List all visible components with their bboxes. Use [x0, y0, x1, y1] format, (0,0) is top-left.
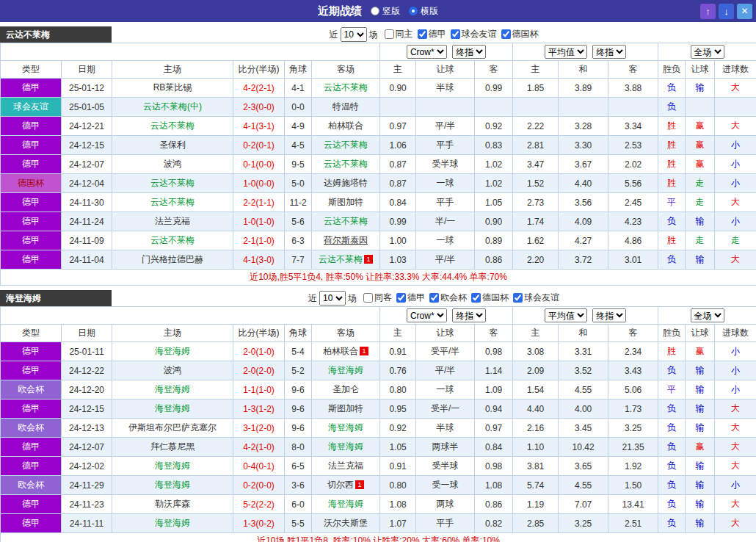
- odds-value: 2.73: [513, 193, 559, 212]
- scope-select[interactable]: 全场: [691, 308, 724, 322]
- asia-odds-type-select[interactable]: 终指: [452, 45, 486, 59]
- radio-icon[interactable]: [371, 7, 379, 15]
- column-header: 主场: [112, 325, 233, 342]
- away-team-link[interactable]: 达姆施塔特: [324, 178, 368, 188]
- away-team-link[interactable]: 海登海姆: [328, 441, 363, 452]
- filter-checkbox[interactable]: [471, 293, 481, 303]
- layout-radio-vertical[interactable]: 竖版: [371, 5, 400, 18]
- home-team-link[interactable]: 门兴格拉德巴赫: [142, 254, 203, 264]
- home-team-link[interactable]: 云达不莱梅: [150, 197, 195, 207]
- filter-checkbox[interactable]: [418, 29, 427, 39]
- odds-value: 2.02: [608, 155, 658, 174]
- corner-score: 5-6: [285, 212, 312, 231]
- home-team-link[interactable]: 波鸿: [164, 159, 181, 169]
- filter-checkbox[interactable]: [396, 293, 406, 303]
- recent-count-select[interactable]: 10: [341, 27, 367, 42]
- filter-option[interactable]: 德国杯: [471, 292, 509, 304]
- home-team-link[interactable]: 勒沃库森: [155, 499, 190, 509]
- filter-option[interactable]: 欧会杯: [429, 292, 467, 304]
- home-team-link[interactable]: 云达不莱梅: [150, 178, 195, 188]
- odds-value: 0.98: [475, 342, 513, 361]
- home-team-link[interactable]: 拜仁慕尼黑: [150, 441, 195, 452]
- away-team-link[interactable]: 云达不莱梅: [319, 254, 363, 264]
- column-header: 日期: [62, 325, 112, 342]
- away-team-link[interactable]: 荷尔斯泰因: [324, 235, 368, 245]
- away-team-link[interactable]: 柏林联合: [328, 120, 363, 131]
- scope-select[interactable]: 全场: [691, 45, 724, 59]
- odds-value: 半/一: [416, 212, 475, 231]
- filter-option[interactable]: 德甲: [418, 28, 446, 40]
- layout-radio-horizontal[interactable]: 横版: [409, 5, 438, 18]
- radio-checked-icon[interactable]: [409, 7, 418, 15]
- asia-odds-type-select[interactable]: 终指: [452, 308, 486, 322]
- score: 4-1(3-0): [233, 250, 285, 270]
- result-outcome: 负: [658, 400, 686, 419]
- home-team-link[interactable]: 海登海姆: [155, 460, 190, 471]
- column-header: 让球: [686, 325, 715, 342]
- filter-checkbox[interactable]: [513, 293, 523, 303]
- filter-option[interactable]: 同客: [363, 292, 392, 304]
- home-team-link[interactable]: 海登海姆: [155, 403, 190, 413]
- match-row: 德甲24-11-23勒沃库森5-2(2-2)6-0海登海姆1.08两球0.861…: [1, 495, 756, 514]
- filter-option[interactable]: 球会友谊: [451, 28, 497, 40]
- filter-option[interactable]: 同主: [385, 28, 413, 40]
- euro-odds-type-select[interactable]: 终指: [592, 308, 626, 322]
- filter-checkbox[interactable]: [429, 293, 439, 303]
- home-team-link[interactable]: RB莱比锡: [153, 82, 192, 93]
- filter-checkbox[interactable]: [363, 293, 373, 303]
- move-down-button[interactable]: ↓: [719, 4, 734, 19]
- move-up-button[interactable]: ↑: [700, 4, 716, 19]
- home-team-link[interactable]: 圣保利: [159, 140, 186, 150]
- away-team-cell: 沃尔夫斯堡: [312, 514, 380, 533]
- away-team-link[interactable]: 特温特: [332, 101, 359, 112]
- filter-option[interactable]: 德甲: [396, 292, 425, 304]
- home-team-link[interactable]: 波鸿: [164, 365, 181, 375]
- away-team-link[interactable]: 切尔西: [327, 480, 354, 490]
- odds-value: 0.92: [380, 419, 416, 438]
- filter-checkbox[interactable]: [451, 29, 460, 39]
- home-team-cell: 海登海姆: [112, 514, 233, 533]
- away-team-link[interactable]: 海登海姆: [328, 422, 363, 433]
- away-team-link[interactable]: 法兰克福: [328, 460, 363, 471]
- away-team-link[interactable]: 云达不莱梅: [324, 216, 368, 226]
- odds-value: 0.89: [475, 231, 513, 250]
- away-team-link[interactable]: 海登海姆: [328, 499, 363, 509]
- filter-option[interactable]: 德国杯: [501, 28, 539, 40]
- away-team-link[interactable]: 云达不莱梅: [324, 140, 368, 150]
- corner-score: 6-5: [285, 457, 312, 476]
- home-team-link[interactable]: 海登海姆: [155, 346, 190, 356]
- euro-company-select[interactable]: 平均值: [545, 45, 587, 59]
- away-team-link[interactable]: 斯图加特: [328, 403, 363, 413]
- match-row: 德甲24-12-15海登海姆1-3(1-2)9-6斯图加特0.95受半/一0.9…: [1, 400, 756, 419]
- home-team-link[interactable]: 伊斯坦布尔巴萨克塞尔: [128, 422, 217, 433]
- match-date: 24-11-24: [62, 212, 112, 231]
- home-team-link[interactable]: 云达不莱梅: [150, 235, 195, 245]
- away-team-link[interactable]: 斯图加特: [328, 197, 363, 207]
- home-team-link[interactable]: 海登海姆: [155, 384, 190, 394]
- away-team-link[interactable]: 海登海姆: [328, 365, 363, 375]
- home-team-link[interactable]: 海登海姆: [155, 480, 190, 490]
- home-team-link[interactable]: 云达不莱梅: [150, 120, 195, 131]
- euro-odds-type-select[interactable]: 终指: [592, 45, 626, 59]
- filter-checkbox[interactable]: [385, 29, 394, 39]
- asia-company-select[interactable]: Crow*: [407, 45, 447, 59]
- away-team-link[interactable]: 云达不莱梅: [324, 82, 368, 93]
- away-team-link[interactable]: 沃尔夫斯堡: [324, 518, 368, 528]
- filter-option[interactable]: 球会友谊: [513, 292, 559, 304]
- filter-checkbox[interactable]: [501, 29, 511, 39]
- red-card-badge: 1: [360, 347, 368, 355]
- home-team-link[interactable]: 云达不莱梅(中): [143, 101, 202, 112]
- recent-count-select[interactable]: 10: [319, 291, 346, 306]
- asia-company-select[interactable]: Crow*: [407, 308, 447, 322]
- euro-company-select[interactable]: 平均值: [545, 308, 587, 322]
- corner-score: 4-1: [285, 79, 312, 98]
- odds-value: 0.84: [380, 193, 416, 212]
- home-team-link[interactable]: 法兰克福: [155, 216, 190, 226]
- home-team-link[interactable]: 海登海姆: [155, 518, 190, 528]
- away-team-link[interactable]: 云达不莱梅: [324, 159, 368, 169]
- away-team-link[interactable]: 柏林联合: [323, 346, 358, 356]
- away-team-link[interactable]: 圣加仑: [332, 384, 359, 394]
- column-header: 比分(半场): [233, 61, 285, 79]
- close-button[interactable]: ✕: [737, 4, 752, 19]
- asia-odds-selectors: Crow* 终指: [380, 43, 513, 61]
